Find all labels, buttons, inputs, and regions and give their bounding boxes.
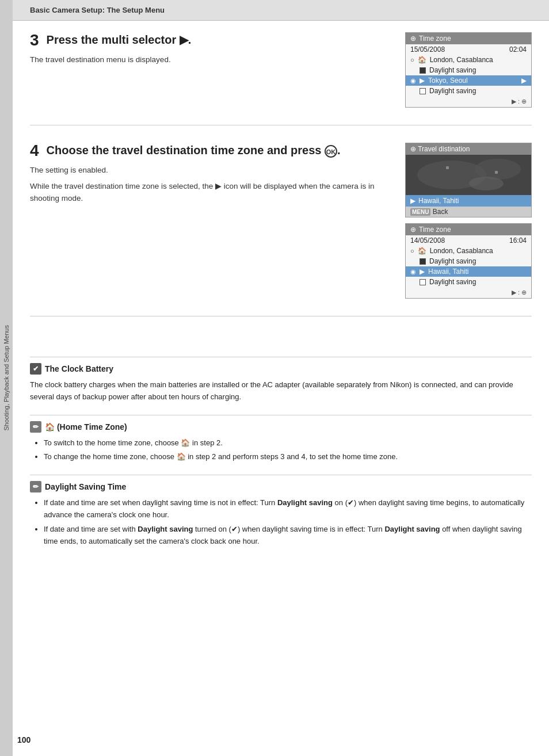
daylight-label-2: Daylight saving [429,87,476,95]
daylight-label-3: Daylight saving [429,257,476,265]
panel-footer-1: ▶ : ⊕ [406,96,531,107]
step-3-header: 3 Press the multi selector ▶. [30,32,394,48]
panel-header-timezone-2: ⊕ Time zone [406,224,531,235]
travel-plus-icon: ⊕ [410,145,416,153]
home-timezone-bullets: To switch to the home time zone, choose … [30,437,532,464]
step-4-desc2: While the travel destination time zone i… [30,181,394,204]
home-row-2: ○ 🏠 London, Casablanca [406,246,531,256]
map-svg [406,155,531,195]
travel-circle-icon-1: ◉ [410,77,416,85]
checkmark-icon: ✔ [30,363,41,375]
clock-battery-title: ✔ The Clock Battery [30,363,532,375]
daylight-saving-bullets: If date and time are set when daylight s… [30,497,532,547]
daylight-saving-label: Daylight Saving Time [45,482,126,491]
datetime-row-1: 15/05/2008 02:04 [406,44,531,55]
step-4-desc1: The setting is enabled. [30,165,394,176]
travel-arrow-icon-1: ▶ [420,77,425,85]
timezone-plus-icon: ⊕ [410,35,416,43]
daylight-checkbox-2 [420,258,426,265]
datetime-row-2: 14/05/2008 16:04 [406,235,531,246]
travel-location-2: Hawaii, Tahiti [428,268,468,276]
sidebar-label: Shooting, Playback and Setup Menus [3,325,10,430]
step-3-number: 3 [30,32,39,48]
page-header: Basic Camera Setup: The Setup Menu [13,0,549,21]
step-4-timezone-panel: ⊕ Time zone 14/05/2008 16:04 ○ 🏠 London,… [405,223,532,299]
step-4-title: Choose the travel destination time zone … [47,143,341,158]
svg-rect-5 [495,171,498,174]
step-3-left: 3 Press the multi selector ▶. The travel… [30,32,405,113]
travel-arrow-icon-2: ▶ [420,268,425,276]
home-bullet-2: To change the home time zone, choose 🏠 i… [44,451,532,463]
home-timezone-note: ✏ 🏠 (Home Time Zone) To switch to the ho… [30,421,532,464]
pencil-icon-1: ✏ [30,421,41,433]
travel-row-2: ◉ ▶ Hawaii, Tahiti [406,266,531,277]
page-header-title: Basic Camera Setup: The Setup Menu [30,6,165,14]
daylight-row-2: Daylight saving [406,86,531,96]
travel-location-1: Tokyo, Seoul [428,77,468,85]
notes-divider [30,357,532,357]
page-number: 100 [17,735,30,744]
clock-battery-note: ✔ The Clock Battery The clock battery ch… [30,363,532,403]
home-icon: 🏠 [418,56,426,64]
svg-point-2 [475,159,521,180]
timezone-header-label-2: Time zone [419,226,451,234]
sidebar-tab: Shooting, Playback and Setup Menus [0,0,13,756]
home-divider [30,415,532,415]
timezone-header-label: Time zone [419,35,451,43]
travel-dest-panel: ⊕ Travel distination ▶ Hawaii, Tah [405,143,532,217]
panel-footer-2: ▶ : ⊕ [406,287,531,298]
daylight-checkbox-empty-2 [420,279,426,285]
daylight-bullet-2: If date and time are set with Daylight s… [44,524,532,548]
home-bullet-1: To switch to the home time zone, choose … [44,437,532,449]
step-4-header: 4 Choose the travel destination time zon… [30,143,394,159]
step-3-panels: ⊕ Time zone 15/05/2008 02:04 ○ 🏠 London,… [405,32,532,113]
home-row-1: ○ 🏠 London, Casablanca [406,55,531,65]
date-1: 15/05/2008 [410,45,445,54]
step-3-timezone-panel: ⊕ Time zone 15/05/2008 02:04 ○ 🏠 London,… [405,32,532,108]
svg-point-3 [469,177,504,190]
daylight-saving-title: ✏ Daylight Saving Time [30,481,532,492]
pencil-icon-2: ✏ [30,481,41,492]
home-location-2: London, Casablanca [430,247,493,255]
ok-icon: OK [325,145,337,158]
daylight-divider [30,475,532,475]
step-4-number: 4 [30,143,39,159]
step-3-title: Press the multi selector ▶. [47,32,192,47]
travel-hawaii-icon: ▶ [410,197,415,205]
panel-header-timezone-1: ⊕ Time zone [406,33,531,44]
daylight-checkbox-empty-1 [420,88,426,94]
footer-text-2: ▶ : ⊕ [512,289,527,296]
back-label: Back [433,208,448,216]
home-circle-icon-2: ○ [410,247,414,254]
time-1: 02:04 [509,45,527,54]
step-4-section: 4 Choose the travel destination time zon… [30,143,532,316]
daylight-row-1: Daylight saving [406,65,531,75]
time-2: 16:04 [509,236,527,245]
travel-dest-header: ⊕ Travel distination [406,143,531,155]
travel-hawaii-label: Hawaii, Tahiti [418,197,459,205]
daylight-label-1: Daylight saving [429,66,476,74]
travel-dest-title: Travel distination [418,145,470,153]
menu-label: MENU [410,208,430,216]
home-location-1: London, Casablanca [430,56,493,64]
daylight-label-4: Daylight saving [429,278,476,286]
home-timezone-label: 🏠 (Home Time Zone) [45,422,127,432]
home-icon-2: 🏠 [418,247,426,255]
clock-battery-body: The clock battery charges when the main … [30,379,532,403]
step-4-panels: ⊕ Travel distination ▶ Hawaii, Tah [405,143,532,304]
travel-chevron-1: ▶ [521,77,527,85]
daylight-saving-note: ✏ Daylight Saving Time If date and time … [30,481,532,547]
daylight-row-3: Daylight saving [406,256,531,266]
travel-row-1: ◉ ▶ Tokyo, Seoul ▶ [406,75,531,86]
svg-rect-4 [446,166,449,169]
daylight-checkbox-1 [420,67,426,74]
footer-text-1: ▶ : ⊕ [512,98,527,105]
clock-battery-label: The Clock Battery [45,364,113,373]
travel-menu-back: MENU Back [406,207,531,217]
step-3-section: 3 Press the multi selector ▶. The travel… [30,32,532,125]
daylight-bullet-1: If date and time are set when daylight s… [44,497,532,521]
daylight-row-4: Daylight saving [406,277,531,287]
timezone-plus-icon-2: ⊕ [410,226,416,234]
home-timezone-title: ✏ 🏠 (Home Time Zone) [30,421,532,433]
date-2: 14/05/2008 [410,236,445,245]
